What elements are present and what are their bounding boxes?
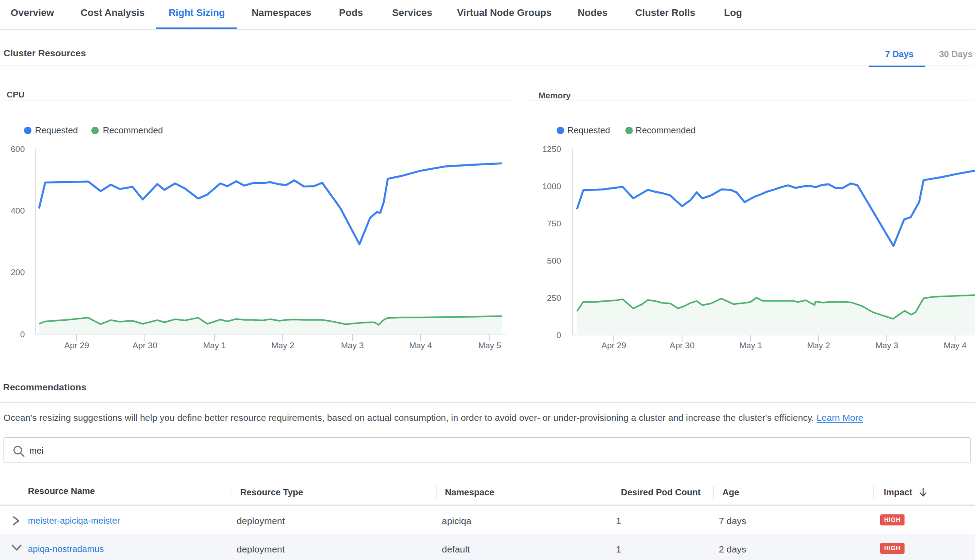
svg-text:1000: 1000 <box>542 182 561 191</box>
svg-text:May 3: May 3 <box>341 341 364 350</box>
svg-text:600: 600 <box>11 144 25 154</box>
svg-text:0: 0 <box>556 331 561 340</box>
svg-text:Apr 30: Apr 30 <box>670 341 694 350</box>
svg-text:May 4: May 4 <box>944 341 967 350</box>
svg-text:500: 500 <box>547 256 561 265</box>
svg-text:May 1: May 1 <box>739 341 762 350</box>
svg-text:250: 250 <box>547 293 561 303</box>
svg-text:May 1: May 1 <box>203 341 226 350</box>
svg-text:1250: 1250 <box>542 144 561 154</box>
svg-text:200: 200 <box>11 268 25 277</box>
svg-text:May 2: May 2 <box>271 341 294 350</box>
svg-text:Apr 29: Apr 29 <box>601 341 626 350</box>
svg-text:Apr 29: Apr 29 <box>64 341 89 350</box>
svg-text:400: 400 <box>11 206 25 215</box>
svg-text:Apr 30: Apr 30 <box>133 341 157 350</box>
svg-text:0: 0 <box>20 330 25 339</box>
svg-text:May 5: May 5 <box>478 341 501 350</box>
svg-text:750: 750 <box>547 219 561 228</box>
svg-text:May 3: May 3 <box>875 341 898 350</box>
svg-text:May 4: May 4 <box>409 341 432 350</box>
svg-text:May 2: May 2 <box>807 341 830 350</box>
